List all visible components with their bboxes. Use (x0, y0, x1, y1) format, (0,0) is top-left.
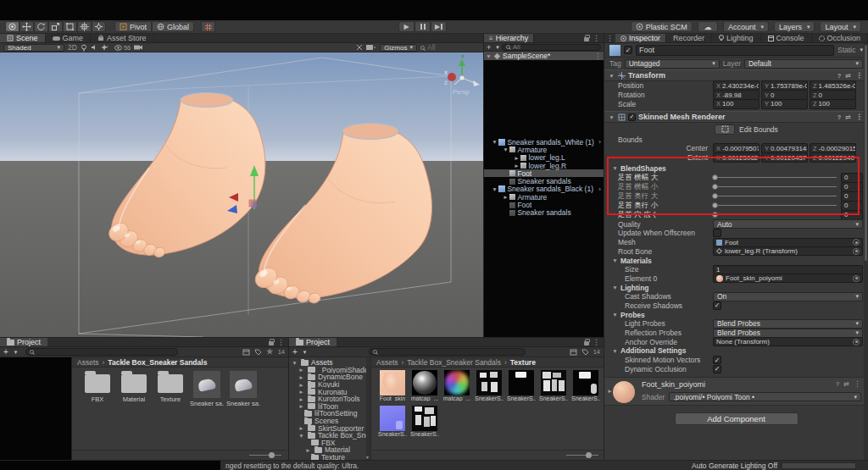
scene-search-input[interactable]: All (420, 43, 480, 52)
hierarchy-item-disabled[interactable]: Sneaker sandals (484, 177, 604, 185)
scene-lighting-toggle[interactable] (81, 44, 87, 52)
asset-prefab[interactable]: Sneaker sa... (226, 369, 260, 407)
tab-lighting[interactable]: Lighting (712, 34, 761, 42)
account-dropdown[interactable]: Account▾ (723, 21, 769, 32)
static-dropdown[interactable]: Static▾ (837, 46, 863, 54)
asset-type-filter-icon[interactable] (242, 349, 250, 356)
asset-folder[interactable]: Texture (153, 369, 187, 403)
scale-tool-button[interactable] (48, 21, 63, 32)
asset-texture[interactable]: matcap_... (410, 370, 439, 401)
tree-item[interactable]: ►_PoiyomiShaders (291, 367, 370, 374)
hierarchy-item-prefab-root[interactable]: ▼ Sneaker sandals_White (1)› (484, 138, 604, 146)
component-tools-dropdown[interactable] (366, 44, 376, 51)
kebab-menu-icon[interactable]: ⋮ (855, 113, 863, 121)
tab-scene[interactable]: Scene (0, 34, 46, 42)
scene-audio-toggle[interactable] (91, 44, 97, 51)
move-tool-button[interactable] (19, 21, 34, 32)
hierarchy-item[interactable]: ▼ Armature (484, 146, 604, 153)
breadcrumb[interactable]: Assets›Tackle Box_Sneaker Sandals (72, 357, 288, 368)
asset-folder[interactable]: Material (117, 369, 151, 403)
tree-item[interactable]: ▼Tackle Box_Sneaker Sa (291, 432, 370, 440)
inspector-scrollbar[interactable] (864, 43, 868, 460)
tag-dropdown[interactable]: Untagged▾ (625, 59, 720, 69)
component-enabled-checkbox[interactable]: ✓ (628, 113, 636, 121)
layers-dropdown[interactable]: Layers▾ (774, 21, 815, 32)
step-button[interactable]: ▶ (431, 21, 447, 32)
tree-item[interactable]: ▼Assets (291, 359, 370, 367)
breadcrumb[interactable]: Assets›Tackle Box_Sneaker Sandals›Textur… (371, 357, 604, 368)
hierarchy-item[interactable]: ► Armature (484, 193, 604, 201)
scale-x-field[interactable]: X100 (713, 99, 760, 109)
asset-texture[interactable]: Foot_skin (378, 370, 407, 401)
auto-generate-lighting-toggle[interactable]: Auto Generate Lighting Off (692, 462, 777, 470)
skinned-mesh-renderer-header[interactable]: ▼ ✓ Skinned Mesh Renderer ?⇄⋮ (604, 111, 868, 123)
tab-asset-store[interactable]: Asset Store (91, 34, 154, 42)
hierarchy-item-prefab-root[interactable]: ▼ Sneaker sandals_Black (1)› (484, 185, 604, 193)
label-filter-icon[interactable] (254, 349, 262, 356)
kebab-menu-icon[interactable]: ⋮ (854, 380, 861, 388)
hierarchy-item[interactable]: ► lower_leg.R (484, 162, 604, 169)
scene-visibility-toggle[interactable]: 56 (114, 44, 131, 52)
transform-header[interactable]: ▼ Transform ?⇄⋮ (604, 69, 868, 81)
global-toggle[interactable]: Global (152, 21, 194, 32)
tree-scrollbar[interactable]: ▼ (366, 357, 370, 460)
project-tree-left-empty[interactable] (0, 357, 72, 460)
reflection-probes-dropdown[interactable]: Blend Probes▾ (713, 329, 863, 338)
probes-foldout[interactable]: ▼Probes (604, 310, 868, 319)
mesh-object-field[interactable]: Foot (713, 238, 863, 247)
quality-dropdown[interactable]: Auto▾ (713, 219, 863, 229)
layer-dropdown[interactable]: Default▾ (744, 59, 863, 69)
object-picker-icon[interactable] (853, 339, 860, 346)
lock-icon[interactable] (584, 341, 589, 346)
material-preview-strip[interactable]: ► Foot_skin_poiyomi ?⇄⋮ Shader .poiyomi/… (604, 377, 868, 406)
tree-item[interactable]: ►Kuronatu (291, 388, 370, 395)
pivot-toggle[interactable]: Pivot (114, 21, 152, 32)
tab-recorder[interactable]: Recorder (666, 34, 712, 42)
thumbnail-size-slider[interactable] (566, 455, 598, 456)
tree-item[interactable]: Texture (291, 454, 370, 460)
tree-item[interactable]: Scenes (291, 417, 370, 425)
asset-type-filter-icon[interactable] (570, 349, 577, 356)
scrollbar-thumb[interactable] (865, 45, 867, 261)
kebab-menu-icon[interactable]: ⋮ (594, 53, 602, 60)
blendshape-value-field[interactable]: 0 (841, 210, 863, 220)
extent-y-field[interactable]: Y0.001204577 (761, 152, 808, 163)
layout-dropdown[interactable]: Layout▾ (820, 21, 861, 32)
blendshape-slider[interactable] (713, 177, 837, 178)
scale-z-field[interactable]: Z100 (810, 99, 856, 109)
projection-mode-label[interactable]: Persp (453, 88, 470, 96)
rect-tool-button[interactable] (63, 21, 77, 32)
update-offscreen-checkbox[interactable] (713, 229, 721, 237)
rotate-tool-button[interactable] (34, 21, 48, 32)
blendshapes-foldout[interactable]: ▼BlendShapes (604, 163, 868, 173)
anchor-override-field[interactable]: None (Transform) (713, 337, 863, 346)
light-probes-dropdown[interactable]: Blend Probes▾ (713, 319, 863, 329)
blendshape-slider[interactable] (713, 196, 837, 196)
asset-prefab[interactable]: Sneaker sa... (190, 369, 224, 407)
name-field[interactable]: Foot (636, 45, 834, 56)
tab-occlusion[interactable]: Occlusion (812, 34, 868, 42)
help-icon[interactable]: ? (837, 113, 841, 121)
presets-icon[interactable]: ⇄ (845, 113, 851, 121)
extent-x-field[interactable]: X0.001250623 (713, 152, 760, 163)
lock-icon[interactable] (584, 37, 589, 41)
receive-shadows-checkbox[interactable]: ✓ (713, 301, 721, 310)
tab-project-mid[interactable]: Project (289, 338, 337, 346)
tree-item[interactable]: ►Material (291, 446, 370, 454)
tree-item[interactable]: ►SkirtSupporter (291, 424, 370, 432)
asset-texture[interactable]: SneakerS... (410, 406, 439, 437)
play-button[interactable]: ▶ (398, 21, 415, 32)
effects-dropdown[interactable] (101, 44, 111, 51)
scene-root-row[interactable]: ▼ SampleScene* ⋮ (484, 52, 604, 60)
custom-tool-button[interactable] (92, 21, 106, 32)
view-tool-button[interactable] (5, 21, 19, 32)
active-checkbox[interactable]: ✓ (624, 46, 632, 54)
plastic-scm-button[interactable]: Plastic SCM (631, 21, 693, 32)
tree-item[interactable]: ►Koyuki (291, 381, 370, 389)
tab-inspector[interactable]: Inspector (615, 34, 666, 42)
presets-icon[interactable]: ⇄ (845, 72, 851, 80)
asset-folder[interactable]: FBX (81, 369, 114, 403)
blendshape-slider[interactable] (713, 205, 837, 206)
hierarchy-search-input[interactable]: All (502, 44, 601, 51)
tree-item[interactable]: ►DynamicBone (291, 373, 370, 381)
